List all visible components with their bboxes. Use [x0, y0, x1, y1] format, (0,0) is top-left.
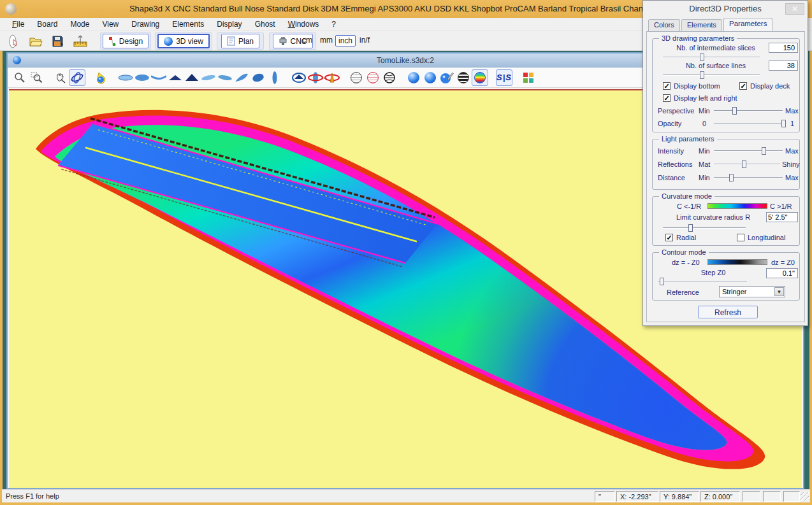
- refresh-button[interactable]: Refresh: [698, 306, 758, 318]
- slices-label: Nb. of intermediate slices: [662, 44, 770, 52]
- flip-view-icon[interactable]: [291, 69, 307, 86]
- intensity-slider[interactable]: [714, 146, 783, 155]
- close-icon[interactable]: ✕: [785, 3, 804, 15]
- view3d-button[interactable]: 3D view: [157, 34, 210, 48]
- board-filled-icon[interactable]: [134, 69, 150, 86]
- opacity-slider[interactable]: [714, 119, 785, 128]
- menu-ghost[interactable]: Ghost: [249, 18, 281, 30]
- distance-label: Distance: [658, 174, 685, 181]
- status-empty-cell: [783, 491, 800, 502]
- measure-icon[interactable]: [71, 33, 89, 49]
- paint-sphere-icon[interactable]: [439, 69, 455, 86]
- limit-curvature-field[interactable]: 5' 2.5": [766, 212, 798, 222]
- open-folder-icon[interactable]: [27, 33, 45, 49]
- board-new-icon[interactable]: [5, 33, 23, 49]
- rainbow-sphere-icon[interactable]: [472, 69, 488, 86]
- reference-select[interactable]: Stringer ▼: [719, 286, 785, 297]
- rotate-horizontal-icon[interactable]: [307, 69, 324, 86]
- contour-left-label: dz = - Z0: [672, 259, 700, 266]
- resize-grip[interactable]: [801, 492, 809, 501]
- wireframe-sphere-red-icon[interactable]: [365, 69, 381, 86]
- save-icon[interactable]: [48, 33, 66, 49]
- group-curvature-mode: Curvature mode C <-1/R C >1/R Limit curv…: [652, 196, 800, 246]
- tab-parameters[interactable]: Parameters: [723, 18, 772, 31]
- rotate-3d-icon[interactable]: [69, 69, 85, 86]
- opacity-label: Opacity: [658, 120, 681, 127]
- step-z0-slider[interactable]: [658, 277, 747, 286]
- tilted-ellipse-2-icon[interactable]: [217, 69, 233, 86]
- group-contour-mode: Contour mode dz = - Z0 dz = Z0 Step Z0 0…: [652, 252, 800, 301]
- display-bottom-checkbox[interactable]: ✓: [663, 82, 671, 90]
- plan-button[interactable]: Plan: [221, 34, 259, 48]
- radial-label: Radial: [676, 234, 696, 241]
- vertical-ellipse-icon[interactable]: [266, 69, 283, 86]
- step-z0-label: Step Z0: [685, 269, 742, 276]
- menu-view[interactable]: View: [96, 18, 124, 30]
- unit-mm[interactable]: mm: [317, 35, 335, 45]
- menu-file[interactable]: File: [6, 18, 30, 30]
- rocker-curve-icon[interactable]: [150, 69, 167, 86]
- zoom-icon[interactable]: [11, 69, 28, 86]
- pan-icon[interactable]: [52, 69, 69, 86]
- curvature-slider[interactable]: [663, 224, 746, 232]
- wedge-2-icon[interactable]: [250, 69, 266, 86]
- menu-board[interactable]: Board: [31, 18, 63, 30]
- menu-help[interactable]: ?: [326, 18, 342, 30]
- step-z0-field[interactable]: 0.1": [766, 268, 798, 278]
- sphere-3d-icon: [164, 37, 173, 46]
- status-empty-cell: [763, 491, 781, 502]
- tab-colors[interactable]: Colors: [648, 19, 680, 31]
- display-lr-label: Display left and right: [674, 94, 737, 102]
- unit-cm[interactable]: cm: [300, 35, 315, 45]
- design-button-group: Design: [100, 32, 151, 50]
- view3d-button-group: 3D view: [155, 32, 212, 50]
- status-empty-cell: [743, 491, 760, 502]
- chevron-down-icon[interactable]: ▼: [774, 287, 784, 296]
- distance-slider[interactable]: [714, 173, 783, 182]
- display-deck-checkbox[interactable]: ✓: [739, 82, 747, 90]
- wireframe-sphere-icon[interactable]: [348, 69, 365, 86]
- longitudinal-checkbox[interactable]: [737, 234, 744, 241]
- contour-sphere-icon[interactable]: [455, 69, 472, 86]
- menu-windows[interactable]: Windows: [282, 18, 325, 30]
- solid-sphere-2-icon[interactable]: [422, 69, 439, 86]
- wireframe-sphere-dark-icon[interactable]: [381, 69, 398, 86]
- menu-drawing[interactable]: Drawing: [126, 18, 165, 30]
- color-grid-icon[interactable]: [520, 69, 537, 86]
- display-lr-checkbox[interactable]: ✓: [663, 94, 671, 102]
- unit-inf[interactable]: in/f: [357, 35, 372, 45]
- tab-elements[interactable]: Elements: [681, 19, 722, 31]
- wedge-1-icon[interactable]: [233, 69, 250, 86]
- lines-slider[interactable]: [663, 71, 760, 80]
- lines-field[interactable]: 38: [769, 60, 798, 71]
- slice-large-icon[interactable]: [184, 69, 200, 86]
- board-outline-icon[interactable]: [117, 69, 134, 86]
- reflections-slider[interactable]: [714, 160, 780, 169]
- status-help-text: Press F1 for help: [6, 492, 59, 500]
- rotate-vertical-icon[interactable]: [324, 69, 340, 86]
- reference-label: Reference: [667, 288, 699, 296]
- contour-right-label: dz = Z0: [771, 259, 795, 266]
- document-icon: [13, 56, 21, 64]
- menu-mode[interactable]: Mode: [64, 18, 95, 30]
- unit-inch[interactable]: inch: [335, 35, 356, 46]
- tilted-ellipse-1-icon[interactable]: [200, 69, 217, 86]
- status-z-cell: Z: 0.000": [700, 491, 740, 502]
- display-bottom-label: Display bottom: [674, 82, 720, 90]
- radial-checkbox[interactable]: ✓: [665, 234, 673, 241]
- perspective-slider[interactable]: [714, 106, 783, 115]
- group-3d-drawing-parameters: 3D drawing parameters Nb. of intermediat…: [652, 38, 800, 132]
- design-button[interactable]: Design: [103, 34, 149, 48]
- slice-small-icon[interactable]: [167, 69, 184, 86]
- group-light-parameters: Light parameters Intensity Min Max Refle…: [652, 139, 800, 190]
- slices-field[interactable]: 150: [769, 43, 798, 53]
- slices-slider[interactable]: [663, 53, 760, 62]
- status-unit-cell: ": [595, 491, 615, 502]
- zoom-window-icon[interactable]: [28, 69, 45, 86]
- menu-display[interactable]: Display: [211, 18, 247, 30]
- solid-sphere-icon[interactable]: [405, 69, 422, 86]
- slices-display-icon[interactable]: S|S: [496, 69, 512, 86]
- intensity-label: Intensity: [658, 147, 684, 155]
- light-icon[interactable]: [93, 69, 110, 86]
- menu-elements[interactable]: Elements: [166, 18, 210, 30]
